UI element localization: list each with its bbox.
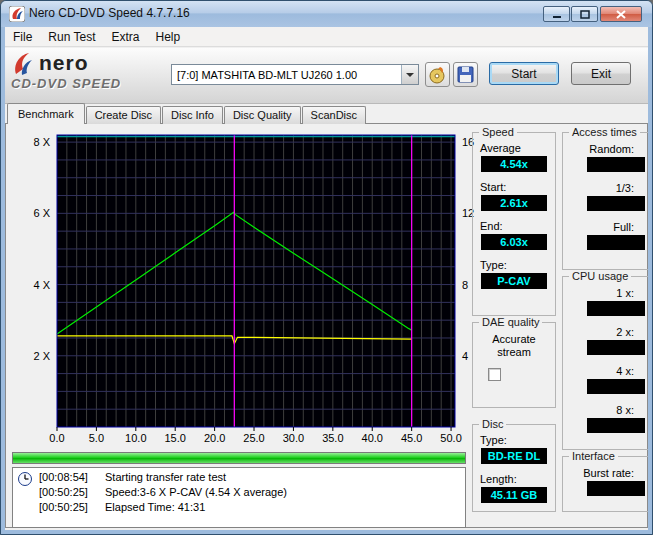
log-entries: [00:08:54] Starting transfer rate test [… — [39, 470, 463, 515]
full-label: Full: — [563, 221, 634, 233]
access-panel-title: Access times — [569, 126, 640, 139]
svg-text:0.0: 0.0 — [49, 432, 64, 444]
speed-panel-title: Speed — [479, 126, 517, 139]
app-icon — [9, 6, 25, 22]
disc-length-value: 45.11 GB — [481, 487, 547, 503]
benchmark-tab-page: 0.05.010.015.020.025.030.035.040.045.050… — [5, 123, 648, 528]
start-label: Start: — [480, 181, 555, 193]
average-label: Average — [480, 142, 555, 154]
cpu-1x-value — [587, 301, 645, 316]
svg-text:2 X: 2 X — [33, 350, 50, 362]
tab-disc-info[interactable]: Disc Info — [162, 106, 223, 124]
dae-panel-title: DAE quality — [479, 316, 542, 329]
tab-benchmark[interactable]: Benchmark — [7, 103, 85, 124]
interface-panel: Interface Burst rate: — [562, 456, 648, 512]
start-button[interactable]: Start — [489, 62, 559, 85]
menu-item-help[interactable]: Help — [148, 27, 189, 46]
logo-product-text: CD-DVD SPEED — [11, 76, 171, 91]
close-button[interactable] — [600, 6, 642, 22]
window-title: Nero CD-DVD Speed 4.7.7.16 — [29, 1, 190, 26]
chevron-down-icon — [406, 73, 414, 77]
maximize-icon — [580, 10, 590, 19]
cpu-2x-value — [587, 340, 645, 355]
type-label: Type: — [480, 259, 555, 271]
tab-strip: Benchmark Create Disc Disc Info Disc Qua… — [7, 103, 367, 124]
log-entry: [00:50:25] Elapsed Time: 41:31 — [39, 500, 463, 515]
cpu-panel-title: CPU usage — [569, 270, 631, 283]
menu-item-extra[interactable]: Extra — [103, 27, 147, 46]
menu-bar: File Run Test Extra Help — [5, 27, 648, 47]
access-times-panel: Access times Random: 1/3: Full: — [562, 132, 648, 270]
random-value — [587, 157, 645, 172]
log-entry-text: Speed:3-6 X P-CAV (4.54 X average) — [105, 485, 463, 500]
cpu-1x-label: 1 x: — [563, 287, 634, 299]
disc-type-value: BD-RE DL — [481, 448, 547, 464]
clock-icon — [17, 471, 33, 487]
floppy-disk-icon — [456, 65, 475, 84]
interface-panel-title: Interface — [569, 450, 618, 463]
full-value — [587, 235, 645, 250]
svg-text:25.0: 25.0 — [243, 432, 264, 444]
one-third-value — [587, 196, 645, 211]
log-entry-time: [00:50:25] — [39, 485, 105, 500]
burn-disc-icon — [428, 65, 447, 84]
svg-text:45.0: 45.0 — [401, 432, 422, 444]
accurate-stream-checkbox[interactable] — [488, 368, 501, 381]
title-bar[interactable]: Nero CD-DVD Speed 4.7.7.16 — [1, 1, 652, 27]
tab-disc-quality[interactable]: Disc Quality — [224, 106, 301, 124]
disc-length-label: Length: — [480, 473, 555, 485]
svg-text:4: 4 — [462, 350, 468, 362]
disc-type-label: Type: — [480, 434, 555, 446]
cpu-2x-label: 2 x: — [563, 326, 634, 338]
accurate-stream-label: Accurate stream — [473, 333, 555, 359]
svg-text:30.0: 30.0 — [283, 432, 304, 444]
log-entry-time: [00:08:54] — [39, 470, 105, 485]
status-log: [00:08:54] Starting transfer rate test [… — [12, 467, 466, 528]
burst-rate-label: Burst rate: — [563, 467, 634, 479]
tab-create-disc[interactable]: Create Disc — [86, 106, 161, 124]
close-icon — [616, 10, 626, 19]
write-test-button[interactable] — [425, 62, 450, 87]
logo-brand-text: nero — [39, 51, 89, 75]
cpu-4x-value — [587, 379, 645, 394]
menu-item-run-test[interactable]: Run Test — [40, 27, 103, 46]
disc-panel: Disc Type: BD-RE DL Length: 45.11 GB — [472, 424, 556, 512]
svg-text:8: 8 — [462, 279, 468, 291]
drive-selector-dropdown-button[interactable] — [401, 65, 418, 84]
svg-text:4 X: 4 X — [33, 279, 50, 291]
nero-flame-icon — [11, 50, 35, 76]
cpu-4x-label: 4 x: — [563, 365, 634, 377]
nero-logo: nero CD-DVD SPEED — [11, 50, 171, 91]
exit-button[interactable]: Exit — [571, 62, 631, 85]
minimize-button[interactable] — [543, 6, 570, 22]
benchmark-chart: 0.05.010.015.020.025.030.035.040.045.050… — [8, 126, 478, 448]
log-entry: [00:08:54] Starting transfer rate test — [39, 470, 463, 485]
log-entry-text: Starting transfer rate test — [105, 470, 463, 485]
end-label: End: — [480, 220, 555, 232]
svg-text:50.0: 50.0 — [440, 432, 461, 444]
burst-rate-value — [587, 481, 645, 496]
start-value: 2.61x — [481, 195, 547, 211]
svg-text:35.0: 35.0 — [322, 432, 343, 444]
cpu-usage-panel: CPU usage 1 x: 2 x: 4 x: 8 x: — [562, 276, 648, 450]
minimize-icon — [552, 10, 562, 19]
speed-panel: Speed Average 4.54x Start: 2.61x End: 6.… — [472, 132, 556, 316]
toolbar: nero CD-DVD SPEED [7:0] MATSHITA BD-MLT … — [5, 48, 648, 104]
end-value: 6.03x — [481, 234, 547, 250]
menu-item-file[interactable]: File — [5, 27, 40, 46]
client-area: File Run Test Extra Help nero CD-DVD SPE… — [5, 27, 648, 530]
drive-selector[interactable]: [7:0] MATSHITA BD-MLT UJ260 1.00 — [171, 64, 419, 85]
app-window: Nero CD-DVD Speed 4.7.7.16 File Run Test… — [0, 0, 653, 535]
tab-scandisc[interactable]: ScanDisc — [302, 106, 366, 124]
svg-text:40.0: 40.0 — [362, 432, 383, 444]
svg-text:6 X: 6 X — [33, 207, 50, 219]
progress-bar — [12, 452, 466, 464]
save-button[interactable] — [453, 62, 478, 87]
svg-text:8 X: 8 X — [33, 136, 50, 148]
maximize-button[interactable] — [571, 6, 598, 22]
svg-text:5.0: 5.0 — [89, 432, 104, 444]
log-entry-text: Elapsed Time: 41:31 — [105, 500, 463, 515]
svg-text:20.0: 20.0 — [204, 432, 225, 444]
cpu-8x-label: 8 x: — [563, 404, 634, 416]
drive-selector-value: [7:0] MATSHITA BD-MLT UJ260 1.00 — [172, 69, 401, 81]
